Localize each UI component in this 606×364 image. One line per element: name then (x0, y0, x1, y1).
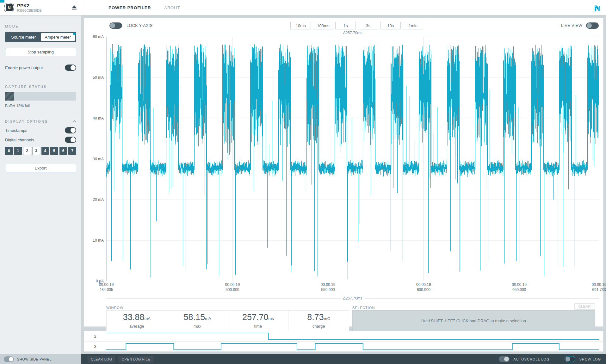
y-tick-label: 60 mA (84, 34, 104, 39)
device-chip-icon: N (4, 3, 14, 12)
chevron-up-icon (73, 120, 76, 123)
y-tick-label: 20 mA (84, 197, 104, 202)
digital-channels-toggle[interactable] (65, 137, 76, 143)
selection-hint: Hold SHIFT+LEFT CLICK and DRAG to make a… (421, 318, 526, 323)
stat-value: 58.15 (184, 312, 205, 322)
digital-trace-2 (106, 333, 599, 339)
lock-y-axis-toggle[interactable] (109, 22, 122, 29)
capture-status-label: CAPTURE STATUS (5, 85, 76, 89)
toggle-knob (566, 357, 570, 361)
stats-row: WINDOW 33.88mAaverage58.15mAmax257.70mst… (106, 303, 595, 331)
digital-waveform-3 (106, 342, 599, 352)
show-side-panel-toggle[interactable] (4, 356, 14, 362)
power-output-label: Enable power output (5, 65, 43, 70)
y-tick-label: 10 mA (84, 238, 104, 243)
chart-panel: LOCK Y-AXIS 10ms100ms1s3s10s1min LIVE VI… (84, 18, 603, 327)
toggle-knob (71, 128, 76, 133)
live-view-toggle[interactable] (586, 22, 599, 29)
stat-sublabel: max (194, 324, 201, 329)
window-button-100ms[interactable]: 100ms (313, 22, 333, 29)
buffer-progress-bar (5, 92, 76, 101)
x-axis-labels: 00:00:19434.03500:00:19500.00000:00:1955… (84, 282, 603, 295)
meter-mode-switch: Source meterAmpere meter (5, 32, 76, 42)
tab-about[interactable]: ABOUT (164, 5, 180, 10)
delta-line (106, 298, 341, 299)
digital-channels-row: Digital channels (5, 137, 76, 143)
power-output-toggle[interactable] (65, 65, 76, 71)
bottom-status-bar: SHOW SIDE PANEL CLEAR LOG OPEN LOG FILE … (0, 354, 606, 364)
waveform-plot[interactable] (106, 37, 599, 281)
window-stat-max: 58.15mAmax (167, 311, 228, 331)
stat-value-row: 8.73mC (307, 313, 330, 322)
device-name: PPK2 (17, 3, 42, 8)
window-stats-label: WINDOW (106, 306, 123, 310)
channel-button-2[interactable]: 2 (23, 147, 31, 155)
channel-button-7[interactable]: 7 (68, 147, 76, 155)
digital-lane-2[interactable]: 2 (84, 331, 603, 341)
x-tick-label: 00:00:19600.000 (416, 282, 431, 292)
buffer-status-text: Buffer 13% full (5, 104, 76, 108)
device-section: N PPK2 F3563CBB38DE (0, 0, 81, 15)
device-info: PPK2 F3563CBB38DE (17, 3, 42, 12)
window-button-3s[interactable]: 3s (358, 22, 378, 29)
channel-button-5[interactable]: 5 (50, 147, 58, 155)
corner-accent (0, 0, 4, 3)
nordic-logo-icon (593, 3, 602, 12)
selection-box[interactable]: Hold SHIFT+LEFT CLICK and DRAG to make a… (352, 310, 595, 331)
digital-channel-buttons: 01234567 (5, 147, 76, 155)
x-tick-label: 00:00:19550.000 (321, 282, 336, 292)
channel-button-3[interactable]: 3 (32, 147, 40, 155)
nordic-logo (593, 0, 606, 15)
show-log-toggle[interactable] (565, 356, 575, 362)
window-stats-box: 33.88mAaverage58.15mAmax257.70mstime8.73… (106, 310, 349, 331)
window-button-10s[interactable]: 10s (380, 22, 401, 29)
channel-button-1[interactable]: 1 (14, 147, 22, 155)
stat-unit: ms (269, 316, 274, 321)
mode-option-source-meter[interactable]: Source meter (6, 33, 41, 41)
stat-unit: mA (205, 316, 211, 321)
digital-lane-3[interactable]: 3 (84, 341, 603, 351)
chart-toolbar: LOCK Y-AXIS 10ms100ms1s3s10s1min LIVE VI… (84, 18, 603, 30)
timestamps-toggle[interactable] (65, 127, 76, 133)
current-chart[interactable]: 60 mA50 mA40 mA30 mA20 mA10 mA0 µA (84, 37, 603, 281)
channel-button-0[interactable]: 0 (5, 147, 13, 155)
mode-option-ampere-meter[interactable]: Ampere meter (41, 33, 75, 41)
stop-sampling-button[interactable]: Stop sampling (5, 48, 76, 56)
bottom-bar-main: CLEAR LOG OPEN LOG FILE AUTOSCROLL LOG S… (81, 354, 606, 364)
side-panel: MODE Source meterAmpere meter Stop sampl… (0, 15, 81, 354)
display-options-header[interactable]: DISPLAY OPTIONS (5, 120, 76, 123)
eject-device-button[interactable] (71, 5, 77, 10)
stat-unit: mA (144, 316, 151, 321)
window-button-1min[interactable]: 1min (403, 22, 423, 29)
channel-button-6[interactable]: 6 (59, 147, 67, 155)
bottom-bar-left: SHOW SIDE PANEL (0, 354, 81, 364)
stat-value-row: 33.88mA (123, 313, 151, 322)
tab-power-profiler[interactable]: POWER PROFILER (108, 5, 151, 10)
window-button-10ms[interactable]: 10ms (290, 22, 311, 29)
app-header: N PPK2 F3563CBB38DE POWER PROFILERABOUT (0, 0, 606, 15)
clear-log-button[interactable]: CLEAR LOG (88, 356, 115, 363)
x-tick-label: 00:00:19691.733 (592, 282, 606, 292)
y-tick-label: 50 mA (84, 75, 104, 80)
lock-y-axis-label: LOCK Y-AXIS (127, 23, 153, 28)
autoscroll-log-toggle[interactable] (499, 356, 510, 362)
stat-sublabel: time (254, 324, 262, 329)
selection-stats-group: SELECTION CLEAR Hold SHIFT+LEFT CLICK an… (352, 303, 595, 331)
window-stat-time: 257.70mstime (228, 311, 289, 331)
delta-line (106, 33, 341, 33)
window-button-1s[interactable]: 1s (335, 22, 356, 29)
delta-line (365, 33, 599, 33)
main-area: LOCK Y-AXIS 10ms100ms1s3s10s1min LIVE VI… (81, 15, 606, 354)
selected-mode-dot (73, 33, 76, 35)
export-button[interactable]: Export (5, 164, 76, 172)
open-log-file-button[interactable]: OPEN LOG FILE (118, 356, 153, 363)
delta-bottom: Δ257.70ms (106, 296, 599, 301)
selection-clear-button[interactable]: CLEAR (574, 303, 595, 310)
digital-waveform-2 (106, 331, 599, 341)
timestamps-label: Timestamps (5, 128, 27, 133)
autoscroll-log-label: AUTOSCROLL LOG (513, 357, 549, 361)
show-side-panel-label: SHOW SIDE PANEL (17, 357, 52, 361)
live-view-label: LIVE VIEW (561, 23, 582, 28)
channel-button-4[interactable]: 4 (41, 147, 49, 155)
device-serial: F3563CBB38DE (17, 9, 42, 12)
